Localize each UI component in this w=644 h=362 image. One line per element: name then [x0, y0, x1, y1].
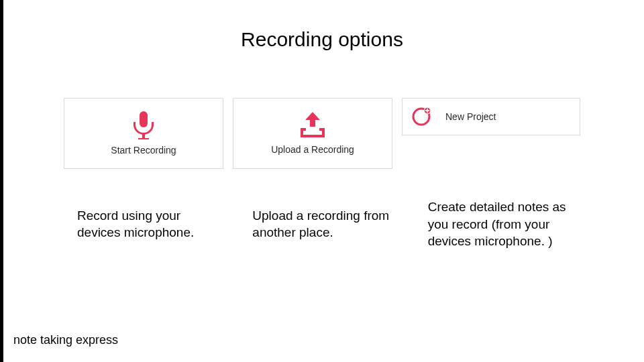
option-card-start-recording[interactable]: Start Recording	[64, 98, 223, 169]
option-description: Upload a recording from another place.	[239, 198, 405, 250]
option-label: Upload a Recording	[271, 144, 354, 155]
left-accent-bar	[0, 0, 3, 362]
option-card-upload-recording[interactable]: Upload a Recording	[233, 98, 392, 169]
upload-icon	[298, 112, 327, 139]
footer-text: note taking express	[13, 333, 118, 347]
options-row: Start Recording Upload a Recording	[64, 98, 580, 169]
plus-circle-icon	[412, 107, 431, 126]
option-description: Create detailed notes as you record (fro…	[415, 198, 580, 250]
page-title: Recording options	[0, 28, 644, 51]
option-label: Start Recording	[111, 145, 176, 156]
microphone-icon	[132, 111, 155, 139]
descriptions-row: Record using your devices microphone. Up…	[64, 198, 580, 250]
slide: Recording options Start Recording	[0, 0, 644, 362]
svg-rect-0	[140, 111, 148, 127]
option-description: Record using your devices microphone.	[64, 198, 229, 250]
option-card-new-project[interactable]: New Project	[402, 98, 580, 135]
option-label: New Project	[445, 111, 496, 122]
